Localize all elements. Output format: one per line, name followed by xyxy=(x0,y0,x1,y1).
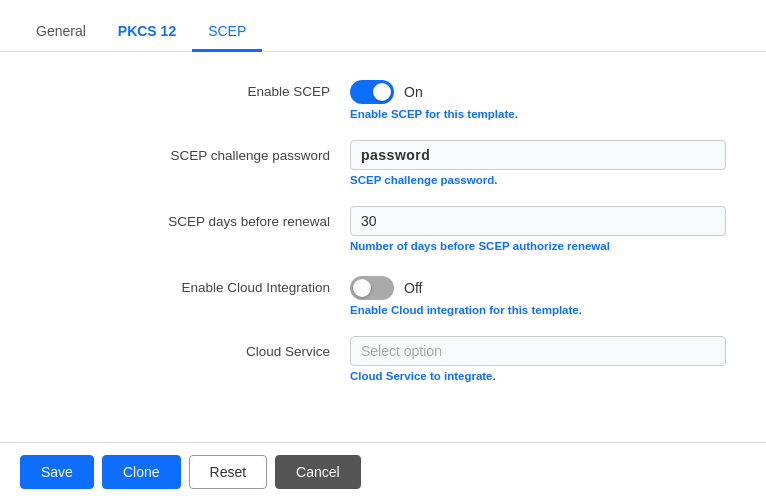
footer: Save Clone Reset Cancel xyxy=(0,442,766,501)
enable-scep-row: Enable SCEP On Enable SCEP for this temp… xyxy=(40,76,726,120)
cloud-integration-toggle[interactable] xyxy=(350,276,394,300)
cancel-button[interactable]: Cancel xyxy=(275,455,361,489)
cloud-service-select[interactable]: Select option xyxy=(350,336,726,366)
cloud-service-help: Cloud Service to integrate. xyxy=(350,370,726,382)
cloud-integration-toggle-wrap: Off xyxy=(350,272,726,300)
cloud-service-row: Cloud Service Select option Cloud Servic… xyxy=(40,336,726,382)
days-renewal-input[interactable] xyxy=(350,206,726,236)
cloud-integration-help: Enable Cloud integration for this templa… xyxy=(350,304,726,316)
challenge-password-help: SCEP challenge password. xyxy=(350,174,726,186)
main-content: Enable SCEP On Enable SCEP for this temp… xyxy=(0,52,766,442)
enable-scep-state-label: On xyxy=(404,84,423,100)
challenge-password-control: SCEP challenge password. xyxy=(350,140,726,186)
reset-button[interactable]: Reset xyxy=(189,455,268,489)
enable-scep-label: Enable SCEP xyxy=(40,76,350,99)
tabs-bar: General PKCS 12 SCEP xyxy=(0,0,766,52)
days-renewal-row: SCEP days before renewal Number of days … xyxy=(40,206,726,252)
cloud-integration-state-label: Off xyxy=(404,280,422,296)
enable-scep-control: On Enable SCEP for this template. xyxy=(350,76,726,120)
days-renewal-control: Number of days before SCEP authorize ren… xyxy=(350,206,726,252)
challenge-password-input[interactable] xyxy=(350,140,726,170)
cloud-integration-control: Off Enable Cloud integration for this te… xyxy=(350,272,726,316)
cloud-integration-row: Enable Cloud Integration Off Enable Clou… xyxy=(40,272,726,316)
clone-button[interactable]: Clone xyxy=(102,455,181,489)
cloud-integration-label: Enable Cloud Integration xyxy=(40,272,350,295)
tab-pkcs12[interactable]: PKCS 12 xyxy=(102,13,192,52)
save-button[interactable]: Save xyxy=(20,455,94,489)
cloud-service-control: Select option Cloud Service to integrate… xyxy=(350,336,726,382)
enable-scep-toggle[interactable] xyxy=(350,80,394,104)
tab-scep[interactable]: SCEP xyxy=(192,13,262,52)
enable-scep-help: Enable SCEP for this template. xyxy=(350,108,726,120)
challenge-password-label: SCEP challenge password xyxy=(40,140,350,163)
challenge-password-row: SCEP challenge password SCEP challenge p… xyxy=(40,140,726,186)
tab-general[interactable]: General xyxy=(20,13,102,52)
days-renewal-label: SCEP days before renewal xyxy=(40,206,350,229)
days-renewal-help: Number of days before SCEP authorize ren… xyxy=(350,240,726,252)
cloud-service-label: Cloud Service xyxy=(40,336,350,359)
enable-scep-toggle-wrap: On xyxy=(350,76,726,104)
